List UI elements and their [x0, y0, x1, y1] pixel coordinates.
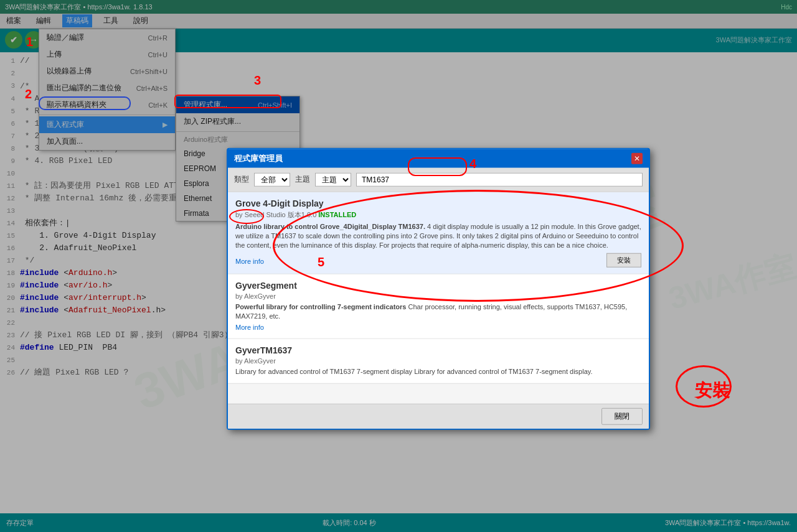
modal-footer-close-btn[interactable]: 關閉 [601, 408, 643, 424]
lib-more-gyverseg[interactable]: More info [235, 324, 264, 331]
modal-title: 程式庫管理員 [234, 152, 283, 164]
library-item-gyvертм[interactable]: GyverTM1637 by AlexGyver Library for adv… [228, 339, 649, 383]
lib-title-gyverseg: GyverSegment [235, 280, 641, 290]
lib-title-gyvertm: GyverTM1637 [235, 345, 641, 355]
library-search-input[interactable] [356, 172, 643, 186]
lib-author-grove: by Seeed Studio 版本1.0.0 INSTALLED [235, 210, 641, 219]
install-button-grove[interactable]: 安裝 [606, 253, 641, 267]
modal-toolbar: 類型 全部 主題 主題 [228, 167, 649, 192]
lib-author-gyverseg: by AlexGyver [235, 292, 641, 299]
modal-body: Grove 4-Digit Display by Seeed Studio 版本… [228, 192, 649, 403]
library-item-gyverseg[interactable]: GyverSegment by AlexGyver Powerful libra… [228, 274, 649, 339]
lib-desc-gyverseg: Powerful library for controlling 7-segme… [235, 302, 641, 321]
lib-desc-grove: Arduino library to control Grove_4Digita… [235, 222, 641, 250]
library-item-grove[interactable]: Grove 4-Digit Display by Seeed Studio 版本… [228, 192, 649, 274]
lib-more-grove[interactable]: More info [235, 258, 264, 265]
lib-author-gyvertm: by AlexGyver [235, 357, 641, 365]
modal-header: 程式庫管理員 ✕ [228, 149, 649, 167]
lib-desc-gyvertm: Library for advanced control of TM1637 7… [235, 367, 641, 376]
topic-select[interactable]: 主題 [315, 172, 351, 186]
modal-footer: 關閉 [228, 403, 649, 428]
topic-label: 主題 [295, 174, 310, 185]
modal-close-btn[interactable]: ✕ [631, 152, 643, 164]
modal-overlay: 程式庫管理員 ✕ 類型 全部 主題 主題 Grove 4-Digit Displ… [0, 0, 797, 532]
type-label: 類型 [234, 174, 249, 185]
library-manager-modal: 程式庫管理員 ✕ 類型 全部 主題 主題 Grove 4-Digit Displ… [227, 147, 650, 429]
lib-title-grove: Grove 4-Digit Display [235, 198, 641, 208]
type-select[interactable]: 全部 [254, 172, 290, 186]
